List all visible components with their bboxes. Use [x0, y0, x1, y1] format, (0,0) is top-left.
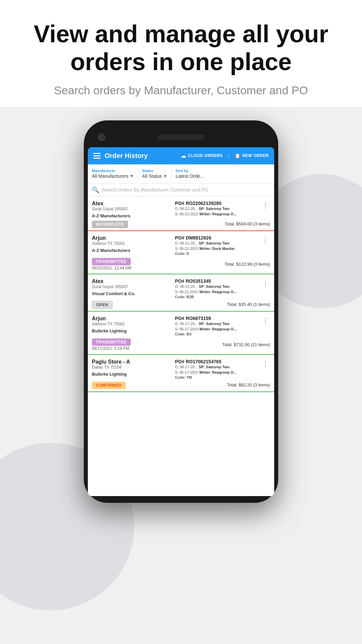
order-timestamp: 06/22/2021, 12:44 AM: [92, 266, 131, 270]
order-more-button[interactable]: ⋮: [261, 278, 270, 288]
order-code: Code: BS: [175, 332, 255, 336]
status-filter-label: Status: [142, 169, 167, 173]
order-total: Total: $732.00 (21 items): [222, 342, 270, 347]
order-meta: O: 06-21-20... SP: Salesrep Two: [175, 284, 255, 289]
order-top-row: Paglu Store - A Dallas TX 75204 Bulbrite…: [92, 359, 270, 379]
status-badge: TRANSMITTED: [92, 338, 131, 346]
order-bottom-row: OPEN Total: $35.40 (1 items): [92, 302, 270, 308]
order-meta: O: 06-22-20... SP: Salesrep Two: [175, 206, 255, 212]
phone-camera: [98, 133, 105, 141]
order-manufacturer: A-Z Manufacturers: [92, 248, 172, 253]
order-left: Arjun Addison TX 75001 A-Z Manufacturers: [92, 235, 172, 253]
search-icon: 🔍: [92, 186, 99, 194]
new-order-button[interactable]: 📋 NEW ORDER: [235, 153, 269, 158]
order-meta: O: 06-17-20... SP: Salesrep Two: [175, 321, 255, 327]
order-customer-addr: Dallas TX 75204: [92, 365, 172, 370]
order-customer-name: Atex: [92, 278, 172, 284]
hamburger-line-3: [93, 158, 101, 159]
order-manufacturer: Bulbrite Lighting: [92, 328, 172, 333]
order-po: PO# RO17062154765: [175, 359, 255, 364]
order-item[interactable]: Arjun Addison TX 75001 A-Z Manufacturers…: [88, 231, 274, 274]
phone-screen: Order History ☁ CLOUD ORDERS | 📋 NEW ORD…: [88, 147, 274, 496]
hamburger-line-2: [93, 155, 101, 156]
status-badge: INCOMPLETE: [92, 221, 128, 228]
sortby-value: Latest Orde...: [176, 173, 204, 179]
order-item[interactable]: Atex Surat Gujrat 395007 Visual Comfort …: [88, 274, 274, 312]
order-more-button[interactable]: ⋮: [261, 359, 270, 368]
search-bar[interactable]: 🔍 Search Orders By Manufacturer, Custome…: [88, 183, 274, 197]
phone-top-bar: [88, 127, 274, 147]
order-meta: O: 06-21-20... SP: Salesrep Two: [175, 240, 255, 246]
search-input[interactable]: Search Orders By Manufacturer, Customer …: [102, 187, 208, 193]
sortby-filter-label: Sort by: [176, 169, 204, 173]
phone-container: Order History ☁ CLOUD ORDERS | 📋 NEW ORD…: [0, 107, 362, 644]
manufacturer-filter-label: Manufacturer: [92, 169, 134, 173]
status-badge: CONFIRMED: [92, 382, 126, 389]
order-top-row: Atex Surat Gujrat 395007 A-Z Manufacture…: [92, 201, 270, 218]
order-bottom-row: INCOMPLETE Total: $504.00 (3 items): [92, 221, 270, 227]
order-right: PO# RO17062154765 O: 06-17-20... SP: Sal…: [175, 359, 258, 379]
order-item[interactable]: Arjun Addison TX 75001 Bulbrite Lighting…: [88, 312, 274, 355]
status-filter[interactable]: Status All Status ▼: [142, 169, 167, 179]
order-top-row: Arjun Addison TX 75001 Bulbrite Lighting…: [92, 316, 270, 336]
order-right: PO# RO22062139280 O: 06-22-20... SP: Sal…: [175, 201, 258, 217]
order-left: Atex Surat Gujrat 395007 A-Z Manufacture…: [92, 201, 172, 218]
order-code: Code: D: [175, 252, 255, 256]
order-more-button[interactable]: ⋮: [261, 201, 270, 210]
order-po: PO# DM8812926: [175, 235, 255, 240]
order-meta: O: 06-17-20... SP: Salesrep Two: [175, 364, 255, 370]
order-customer-addr: Addison TX 75001: [92, 241, 172, 246]
order-total: Total: $35.40 (1 items): [227, 302, 270, 307]
hero-section: View and manage all your orders in one p…: [0, 0, 362, 107]
manufacturer-select[interactable]: All Manufacturers ▼: [92, 173, 134, 179]
status-value: All Status: [142, 173, 162, 179]
manufacturer-arrow-icon: ▼: [130, 174, 134, 178]
hamburger-line-1: [93, 153, 101, 154]
hero-title: View and manage all your orders in one p…: [27, 20, 335, 76]
order-meta-2: S: 06-22-2021 Writer: Repgroup O...: [175, 211, 255, 217]
order-customer-name: Paglu Store - A: [92, 359, 172, 365]
status-select[interactable]: All Status ▼: [142, 173, 167, 179]
order-top-row: Atex Surat Gujrat 395007 Visual Comfort …: [92, 278, 270, 299]
order-code: Code: TM: [175, 375, 255, 379]
hamburger-icon[interactable]: [93, 153, 101, 159]
app-header-title: Order History: [105, 152, 177, 160]
phone-device: Order History ☁ CLOUD ORDERS | 📋 NEW ORD…: [84, 120, 278, 503]
status-badge: TRANSMITTED: [92, 258, 131, 265]
cloud-orders-button[interactable]: ☁ CLOUD ORDERS: [181, 153, 223, 159]
sortby-select[interactable]: Latest Orde...: [176, 173, 204, 179]
order-customer-name: Atex: [92, 201, 172, 207]
order-top-row: Arjun Addison TX 75001 A-Z Manufacturers…: [92, 235, 270, 256]
order-timestamp: 06/17/2021, 5:18 PM: [92, 346, 131, 351]
order-code: Code: B2B: [175, 295, 255, 299]
order-meta-2: S: 06-17-2021 Writer: Repgroup O...: [175, 370, 255, 375]
order-total: Total: $122.99 (3 items): [225, 262, 270, 267]
order-more-button[interactable]: ⋮: [261, 235, 270, 245]
order-customer-name: Arjun: [92, 316, 172, 322]
filter-separator-2: [171, 168, 172, 180]
order-manufacturer: Bulbrite Lighting: [92, 372, 172, 377]
new-order-label: NEW ORDER: [242, 153, 269, 158]
order-item[interactable]: Atex Surat Gujrat 395007 A-Z Manufacture…: [88, 197, 274, 231]
status-badge: OPEN: [92, 301, 113, 309]
header-divider: |: [228, 153, 229, 159]
order-customer-addr: Surat Gujrat 395007: [92, 207, 172, 211]
filter-separator-1: [138, 168, 138, 180]
cloud-orders-label: CLOUD ORDERS: [188, 153, 223, 158]
sortby-filter[interactable]: Sort by Latest Orde...: [176, 169, 204, 179]
order-bottom-row: TRANSMITTED 06/22/2021, 12:44 AM Total: …: [92, 258, 270, 270]
status-arrow-icon: ▼: [163, 174, 167, 178]
order-meta-2: S: 06-21-2021 Writer: Repgroup O...: [175, 289, 255, 295]
order-right: PO# DM8812926 O: 06-21-20... SP: Salesre…: [175, 235, 258, 256]
order-more-button[interactable]: ⋮: [261, 316, 270, 325]
manufacturer-filter[interactable]: Manufacturer All Manufacturers ▼: [92, 169, 134, 179]
order-po: PO# RO6873159: [175, 316, 255, 321]
order-left: Arjun Addison TX 75001 Bulbrite Lighting: [92, 316, 172, 333]
cloud-icon: ☁: [181, 153, 186, 159]
order-customer-name: Arjun: [92, 235, 172, 241]
order-manufacturer: Visual Comfort & Co.: [92, 291, 172, 296]
order-total: Total: $82.20 (3 items): [227, 382, 270, 387]
order-item[interactable]: Paglu Store - A Dallas TX 75204 Bulbrite…: [88, 355, 274, 392]
order-customer-addr: Surat Gujrat 395007: [92, 284, 172, 289]
order-manufacturer: A-Z Manufacturers: [92, 213, 172, 218]
